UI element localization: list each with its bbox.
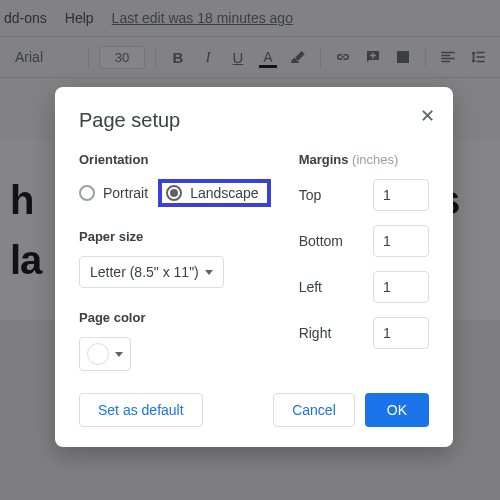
landscape-highlight: Landscape — [158, 179, 271, 207]
radio-label: Portrait — [103, 185, 148, 201]
radio-label: Landscape — [190, 185, 259, 201]
dropdown-value: Letter (8.5" x 11") — [90, 264, 199, 280]
radio-icon — [79, 185, 95, 201]
color-swatch-icon — [87, 343, 109, 365]
margin-left-input[interactable] — [373, 271, 429, 303]
margin-top-label: Top — [299, 187, 322, 203]
chevron-down-icon — [205, 270, 213, 275]
close-icon[interactable]: ✕ — [420, 105, 435, 127]
chevron-down-icon — [115, 352, 123, 357]
paper-size-select[interactable]: Letter (8.5" x 11") — [79, 256, 224, 288]
set-default-button[interactable]: Set as default — [79, 393, 203, 427]
page-color-label: Page color — [79, 310, 271, 325]
orientation-landscape-radio[interactable]: Landscape — [166, 185, 259, 201]
radio-icon — [166, 185, 182, 201]
cancel-button[interactable]: Cancel — [273, 393, 355, 427]
margin-right-label: Right — [299, 325, 332, 341]
paper-size-label: Paper size — [79, 229, 271, 244]
margin-bottom-input[interactable] — [373, 225, 429, 257]
orientation-portrait-radio[interactable]: Portrait — [79, 185, 148, 201]
orientation-label: Orientation — [79, 152, 271, 167]
margin-top-input[interactable] — [373, 179, 429, 211]
dialog-title: Page setup — [79, 109, 429, 132]
margin-left-label: Left — [299, 279, 322, 295]
page-setup-dialog: Page setup ✕ Orientation Portrait Landsc… — [55, 87, 453, 447]
margins-label: Margins (inches) — [299, 152, 429, 167]
page-color-select[interactable] — [79, 337, 131, 371]
margin-bottom-label: Bottom — [299, 233, 343, 249]
ok-button[interactable]: OK — [365, 393, 429, 427]
margin-right-input[interactable] — [373, 317, 429, 349]
